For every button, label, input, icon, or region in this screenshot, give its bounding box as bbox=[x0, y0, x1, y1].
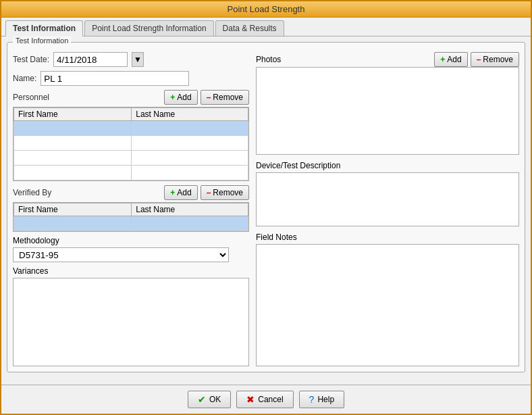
dropdown-arrow-icon[interactable]: ▼ bbox=[132, 52, 144, 67]
verified-by-remove-button[interactable]: – Remove bbox=[201, 185, 249, 200]
device-test-label: Device/Test Description bbox=[256, 161, 519, 170]
tab-test-information[interactable]: Test Information bbox=[5, 20, 83, 36]
content-area: Test Information Test Date: ▼ Name: bbox=[1, 36, 531, 385]
right-column: Photos + Add – Remove bbox=[256, 52, 519, 366]
help-label: Help bbox=[317, 395, 334, 404]
personnel-col-firstname: First Name bbox=[14, 108, 132, 121]
personnel-add-button[interactable]: + Add bbox=[164, 90, 197, 105]
tab-point-load-strength-information[interactable]: Point Load Strength Information bbox=[84, 20, 213, 36]
photos-header: Photos + Add – Remove bbox=[256, 52, 519, 67]
minus-icon-2: – bbox=[207, 188, 211, 197]
minus-icon: – bbox=[207, 93, 211, 102]
verified-col-firstname: First Name bbox=[14, 203, 132, 216]
minus-icon-3: – bbox=[477, 55, 481, 64]
photos-section: Photos + Add – Remove bbox=[256, 52, 519, 157]
personnel-col-lastname: Last Name bbox=[132, 108, 248, 121]
verified-by-section: Verified By + Add – Remove bbox=[13, 185, 249, 232]
cancel-label: Cancel bbox=[258, 395, 283, 404]
personnel-label: Personnel bbox=[13, 93, 49, 102]
variances-label: Variances bbox=[13, 266, 249, 276]
left-column: Test Date: ▼ Name: Personnel bbox=[13, 52, 249, 366]
field-notes-section: Field Notes bbox=[256, 233, 519, 366]
help-button[interactable]: ? Help bbox=[299, 391, 344, 408]
tab-bar: Test Information Point Load Strength Inf… bbox=[1, 18, 531, 36]
x-icon: ✖ bbox=[246, 394, 255, 405]
test-date-row: Test Date: ▼ bbox=[13, 52, 249, 67]
name-input[interactable] bbox=[41, 71, 189, 86]
plus-icon-2: + bbox=[170, 188, 175, 197]
verified-by-btn-group: + Add – Remove bbox=[164, 185, 249, 200]
methodology-label: Methodology bbox=[13, 236, 249, 245]
title-bar: Point Load Strength bbox=[1, 1, 531, 18]
methodology-row: D5731-95 bbox=[13, 247, 249, 262]
verified-by-label: Verified By bbox=[13, 188, 51, 197]
footer: ✔ OK ✖ Cancel ? Help bbox=[1, 385, 531, 414]
verified-by-table: First Name Last Name bbox=[14, 203, 248, 231]
variances-textarea[interactable] bbox=[13, 278, 249, 366]
group-box-label: Test Information bbox=[13, 36, 71, 45]
question-icon: ? bbox=[309, 394, 315, 405]
variances-section: Variances bbox=[13, 266, 249, 366]
methodology-section: Methodology D5731-95 bbox=[13, 236, 249, 262]
photos-label: Photos bbox=[256, 55, 281, 64]
verified-col-lastname: Last Name bbox=[132, 203, 248, 216]
photos-btn-group: + Add – Remove bbox=[434, 52, 519, 67]
table-row[interactable] bbox=[14, 216, 248, 231]
photos-add-button[interactable]: + Add bbox=[434, 52, 467, 67]
device-test-textarea[interactable] bbox=[256, 172, 519, 226]
plus-icon-3: + bbox=[440, 55, 445, 64]
table-row[interactable] bbox=[14, 121, 248, 136]
personnel-table: First Name Last Name bbox=[14, 107, 248, 180]
title-text: Point Load Strength bbox=[228, 4, 305, 14]
table-row[interactable] bbox=[14, 136, 248, 151]
verified-by-add-button[interactable]: + Add bbox=[164, 185, 197, 200]
test-date-input[interactable] bbox=[53, 52, 128, 67]
ok-label: OK bbox=[209, 395, 221, 404]
tab-data-and-results[interactable]: Data & Results bbox=[215, 20, 284, 36]
table-row[interactable] bbox=[14, 151, 248, 166]
name-label: Name: bbox=[13, 74, 36, 83]
check-icon: ✔ bbox=[198, 394, 206, 405]
device-test-section: Device/Test Description bbox=[256, 161, 519, 228]
test-information-group: Test Information Test Date: ▼ Name: bbox=[7, 42, 525, 372]
field-notes-textarea[interactable] bbox=[256, 244, 519, 366]
photos-remove-button[interactable]: – Remove bbox=[471, 52, 519, 67]
photos-area[interactable] bbox=[256, 67, 519, 155]
ok-button[interactable]: ✔ OK bbox=[188, 391, 231, 408]
test-date-label: Test Date: bbox=[13, 55, 49, 64]
table-row[interactable] bbox=[14, 166, 248, 180]
methodology-select[interactable]: D5731-95 bbox=[13, 247, 229, 262]
personnel-section: Personnel + Add – Remove bbox=[13, 90, 249, 181]
personnel-btn-group: + Add – Remove bbox=[164, 90, 249, 105]
personnel-remove-button[interactable]: – Remove bbox=[201, 90, 249, 105]
name-row: Name: bbox=[13, 71, 249, 86]
cancel-button[interactable]: ✖ Cancel bbox=[236, 391, 293, 408]
verified-by-table-container: First Name Last Name bbox=[13, 202, 249, 232]
plus-icon: + bbox=[170, 93, 175, 102]
field-notes-label: Field Notes bbox=[256, 233, 519, 242]
personnel-table-container: First Name Last Name bbox=[13, 107, 249, 181]
